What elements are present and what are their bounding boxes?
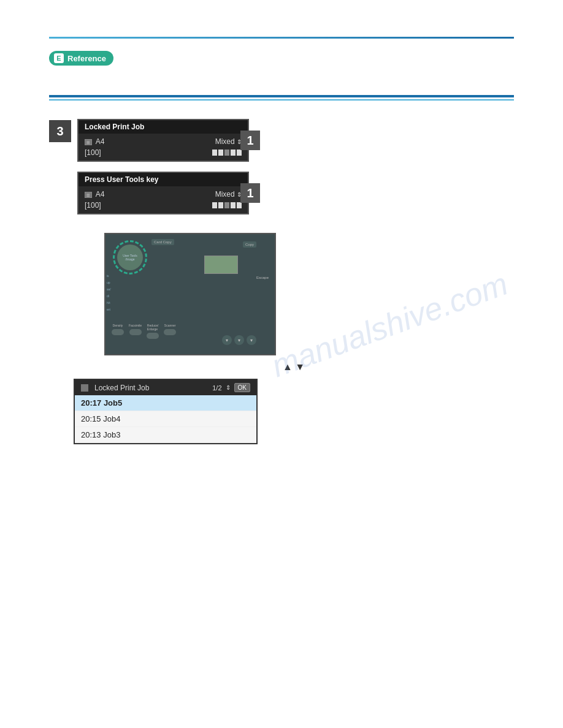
lcd-blocks-2 (212, 202, 242, 208)
lcd-panel-2-body: ≡ A4 Mixed ⇕ [100] (79, 186, 248, 213)
density-group: Density (112, 324, 124, 339)
job-list-panel: Locked Print Job 1/2 ⇕ OK 20:17 Job5 20:… (74, 379, 258, 444)
nav-arrows: ▾ ▾ ▾ (222, 335, 256, 345)
block-2-1 (212, 202, 217, 208)
lcd-panel-1-wrapper: Locked Print Job ≡ A4 Mixed ⇕ (77, 119, 249, 162)
density-btn (112, 329, 124, 335)
top-line (49, 37, 514, 39)
block-2-3 (224, 202, 229, 208)
block-2-4 (231, 202, 236, 208)
block-1-3 (224, 150, 229, 156)
reduce-btn (147, 333, 159, 339)
thick-line (49, 95, 514, 97)
nav-down-btn[interactable]: ▾ (222, 335, 232, 345)
lcd-panel-2-row2: [100] (85, 201, 242, 210)
print-icon-2: ≡ (85, 192, 92, 198)
lcd-panel-1-value: [100] (85, 148, 101, 157)
job-list-header: Locked Print Job 1/2 ⇕ OK (75, 380, 256, 395)
user-tools-circle: User Tools/Image (113, 240, 147, 275)
block-2-2 (218, 202, 223, 208)
reduce-group: Reduce/Enlarge (147, 324, 159, 339)
lcd-panel-2-row1: ≡ A4 Mixed ⇕ (85, 190, 242, 199)
lcd-panel-1-row1-content: ≡ A4 (85, 137, 104, 146)
print-icon-1: ≡ (85, 139, 92, 145)
lcd-panel-2: Press User Tools key ≡ A4 Mixed ⇕ (77, 172, 249, 214)
scanner-group: Scanner (164, 324, 176, 339)
job-page-fraction: 1/2 (212, 384, 221, 392)
job-updown-icon: ⇕ (226, 384, 231, 391)
card-copy-area: Card Copy (151, 239, 174, 245)
job-list-header-right: 1/2 ⇕ OK (212, 383, 250, 392)
block-1-2 (218, 150, 223, 156)
block-1-1 (212, 150, 217, 156)
lcd-panel-1-row2: [100] (85, 148, 242, 157)
lcd-panel-2-paper: A4 (96, 190, 105, 199)
facsimile-group: Facsimile (129, 324, 142, 339)
block-1-4 (231, 150, 236, 156)
job-list-body: 20:17 Job5 20:15 Job4 20:13 Job3 (75, 395, 256, 443)
thin-line (49, 99, 514, 100)
reference-text: Reference (67, 54, 106, 63)
printer-display (204, 256, 238, 274)
card-copy-label: Card Copy (151, 239, 174, 245)
label-h: h/t (107, 301, 111, 305)
nav-right-btn[interactable]: ▾ (234, 335, 244, 345)
lcd-panel-2-value: [100] (85, 201, 101, 210)
down-arrow: ▼ (295, 362, 305, 372)
lcd-badge-1: 1 (240, 131, 260, 150)
lcd-panel-1-row1: ≡ A4 Mixed ⇕ (85, 137, 242, 146)
job-1-job: Job5 (104, 398, 122, 408)
lcd-panel-2-row1-content: ≡ A4 (85, 190, 104, 199)
bottom-buttons: Density Facsimile Reduce/Enlarge Scanner (112, 324, 176, 339)
lcd-panel-2-header: Press User Tools key (79, 173, 248, 186)
job-1-time: 20:17 (81, 398, 101, 408)
copy-area: Copy (243, 241, 256, 248)
density-label: Density (113, 324, 123, 327)
escape-label: Escape (256, 276, 269, 279)
reference-badge: E Reference (49, 51, 113, 66)
user-tools-button: User Tools/Image (117, 245, 143, 270)
lcd-panel-2-wrapper: Press User Tools key ≡ A4 Mixed ⇕ (77, 172, 249, 214)
nav-right2-btn[interactable]: ▾ (247, 335, 256, 345)
lcd-panel-1-paper: A4 (96, 137, 105, 146)
scanner-label: Scanner (164, 324, 176, 327)
label-up: up (107, 281, 111, 284)
up-arrow: ▲ (283, 362, 293, 372)
job-2-job: Job4 (103, 414, 120, 423)
job-3-time: 20:13 (81, 430, 101, 439)
label-se: se/ (107, 287, 111, 291)
job-item-1[interactable]: 20:17 Job5 (75, 395, 256, 411)
printer-image-area: User Tools/Image Card Copy Copy Escape (104, 233, 276, 355)
lcd-badge-2: 1 (240, 183, 260, 203)
lcd-panel-2-mode: Mixed ⇕ (215, 190, 242, 199)
block-2-5 (237, 202, 242, 208)
scanner-btn (164, 329, 176, 335)
job-list-header-left: Locked Print Job (81, 384, 149, 392)
facsimile-label: Facsimile (129, 324, 142, 327)
step-number: 3 (49, 120, 71, 142)
reduce-label: Reduce/Enlarge (147, 324, 159, 331)
job-list-icon (81, 384, 88, 392)
job-item-2[interactable]: 20:15 Job4 (75, 411, 256, 427)
user-tools-label: User Tools/Image (123, 254, 137, 262)
job-item-3[interactable]: 20:13 Job3 (75, 427, 256, 443)
job-list-title: Locked Print Job (94, 384, 149, 392)
label-ert: ert (107, 308, 111, 311)
lcd-panel-1-body: ≡ A4 Mixed ⇕ [100] (79, 134, 248, 161)
mid-lines (49, 95, 514, 100)
block-1-5 (237, 150, 242, 156)
job-2-time: 20:15 (81, 414, 101, 423)
label-di: di (107, 294, 111, 298)
arrows-indicator: ▲ ▼ (74, 362, 514, 373)
facsimile-btn (129, 329, 142, 335)
left-labels: is up se/ di h/t ert (107, 274, 111, 311)
lcd-panel-1-header: Locked Print Job (79, 120, 248, 134)
page-container: manualshive.com E Reference 3 Locked Pri… (0, 0, 563, 728)
copy-label: Copy (243, 241, 256, 248)
lcd-panel-1-mode: Mixed ⇕ (215, 137, 242, 146)
reference-icon: E (54, 53, 64, 63)
lcd-blocks-1 (212, 150, 242, 156)
job-3-job: Job3 (103, 430, 120, 439)
label-is: is (107, 274, 111, 278)
job-ok-button[interactable]: OK (234, 383, 250, 392)
